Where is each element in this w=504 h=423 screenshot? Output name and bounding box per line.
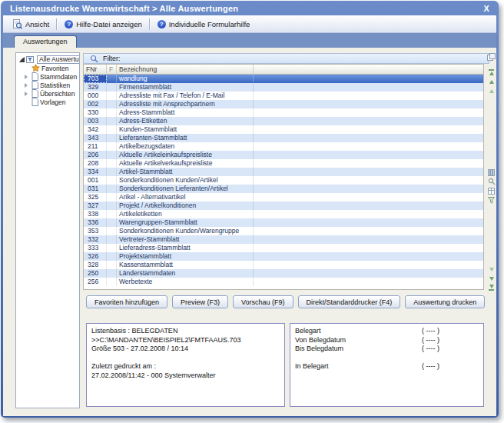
scroll-top-icon[interactable] [486, 68, 496, 76]
info-value: ( ---- ) [422, 336, 439, 345]
tree-item-label: Favoriten [41, 65, 68, 72]
cell-flag [107, 202, 117, 210]
filter-bar[interactable]: Filter: [83, 53, 489, 64]
expander-collapsed-icon[interactable] [25, 75, 30, 79]
table-row[interactable]: 002 Adressliste mit Ansprechpartnern [84, 100, 483, 108]
help-file-button-label: Hilfe-Datei anzeigen [76, 20, 142, 28]
cell-fnr: 327 [84, 202, 107, 210]
table-row[interactable]: 250 Länderstammdaten [84, 269, 483, 278]
table-row[interactable]: 334 Artikel-Stammblatt [84, 168, 483, 176]
cell-flag [107, 269, 117, 278]
cell-bezeichnung: Sonderkonditionen Lieferanten/Artikel [117, 185, 254, 193]
cell-filler [254, 185, 483, 193]
table-row[interactable]: 208 Aktuelle Artikelverkaufspreisliste [84, 159, 483, 168]
view-button[interactable]: Ansicht [8, 17, 54, 31]
scroll-down-icon[interactable] [486, 275, 496, 282]
table-row[interactable]: 000 Adressliste mit Fax / Telefon / E-Ma… [84, 92, 483, 100]
tree-item-favoriten[interactable]: Favoriten [16, 64, 79, 72]
column-header-fnr[interactable]: FNr [84, 65, 107, 74]
cell-filler [254, 159, 483, 168]
form-help-button[interactable]: ? Individuelle Formularhilfe [153, 17, 255, 31]
cell-flag [107, 134, 117, 142]
tab-auswertungen[interactable]: Auswertungen [14, 35, 77, 48]
scroll-up-icon[interactable] [486, 78, 496, 85]
table-row[interactable]: 330 Adress-Stammblatt [84, 108, 483, 117]
column-header-flag[interactable]: F [107, 65, 117, 74]
cell-fnr: 208 [84, 159, 107, 168]
cell-bezeichnung: Arikel - Alternativartikel [117, 193, 254, 202]
table-row[interactable]: 211 Artikelbezugsdaten [84, 142, 483, 151]
cell-bezeichnung: Lieferanten-Stammblatt [117, 134, 254, 142]
info-value: ( ---- ) [422, 327, 439, 336]
scroll-down-small-icon[interactable] [486, 265, 496, 273]
expander-collapsed-icon[interactable] [25, 92, 30, 96]
info-label: Bis Belegdatum [295, 345, 343, 352]
cell-flag [107, 210, 117, 218]
column-header-bezeichnung[interactable]: Bezeichnung [117, 65, 254, 74]
preview-button[interactable]: Preview (F3) [172, 295, 228, 308]
cell-bezeichnung: Sonderkonditionen Kunden/Warengruppe [117, 227, 254, 235]
table-row[interactable]: 342 Kunden-Stammblatt [84, 125, 483, 134]
tree-item-statistiken[interactable]: Statistiken [16, 81, 79, 89]
table-row[interactable]: 206 Aktuelle Artikeleinkaufspreisliste [84, 151, 483, 159]
expander-expanded-icon[interactable] [19, 57, 25, 62]
close-icon[interactable]: X [482, 4, 491, 13]
print-report-button[interactable]: Auswertung drucken [405, 295, 485, 308]
page-icon [32, 89, 38, 98]
cell-fnr: 328 [84, 261, 107, 269]
cell-flag [107, 168, 117, 176]
cell-flag [107, 100, 117, 108]
view-button-label: Ansicht [25, 20, 49, 28]
expander-collapsed-icon[interactable] [25, 83, 30, 88]
tab-page: Alle Auswertungen Favoriten Stammdaten [3, 48, 496, 416]
filter-funnel-icon[interactable] [486, 196, 496, 204]
tree-item-alle-auswertungen[interactable]: Alle Auswertungen [16, 55, 79, 64]
table-row[interactable]: 328 Kassenstammblatt [84, 261, 483, 269]
table-row[interactable]: 327 Projekt / Artikelkonditionen [84, 202, 483, 210]
cell-flag [107, 278, 117, 286]
table-row[interactable]: 326 Projektstammblatt [84, 252, 483, 261]
help-file-button[interactable]: ? Hilfe-Datei anzeigen [60, 17, 147, 31]
filter-label: Filter: [103, 55, 121, 62]
tree-item-vorlagen[interactable]: Vorlagen [16, 98, 79, 106]
grid-search-icon[interactable] [486, 178, 496, 185]
info-line [91, 354, 280, 363]
scroll-up-small-icon[interactable] [486, 87, 496, 95]
cell-filler [254, 261, 483, 269]
cell-fnr: 206 [84, 151, 107, 159]
tree-item-uebersichten[interactable]: Übersichten [16, 89, 79, 98]
table-row[interactable]: 031 Sonderkonditionen Lieferanten/Artike… [84, 185, 483, 193]
table-row[interactable]: 001 Sonderkonditionen Kunden/Artikel [84, 176, 483, 185]
cell-filler [254, 100, 483, 108]
table-row[interactable]: 338 Artikeletiketten [84, 210, 483, 218]
columns-icon[interactable] [486, 168, 496, 176]
cell-flag [107, 235, 117, 244]
grid-body: 703 wandlung 329 Firmenstammblatt 000 [84, 75, 483, 286]
table-row[interactable]: 353 Sonderkonditionen Kunden/Warengruppe [84, 227, 483, 235]
tree-item-stammdaten[interactable]: Stammdaten [16, 72, 79, 81]
table-row[interactable]: 003 Adress-Etiketten [84, 117, 483, 125]
direct-printer-button[interactable]: Direkt/Standarddrucker (F4) [298, 295, 401, 308]
export-icon[interactable] [486, 53, 496, 61]
table-row[interactable]: 343 Lieferanten-Stammblatt [84, 134, 483, 142]
cell-bezeichnung: Sonderkonditionen Kunden/Artikel [117, 176, 254, 185]
table-row[interactable]: 329 Firmenstammblatt [84, 83, 483, 92]
cell-flag [107, 83, 117, 92]
add-favorites-button[interactable]: Favoriten hinzufügen [86, 295, 167, 308]
table-row[interactable]: 325 Arikel - Alternativartikel [84, 193, 483, 202]
info-label: Von Belegdatum [295, 336, 346, 344]
table-row[interactable]: 256 Werbetexte [84, 278, 483, 286]
vorschau-button[interactable]: Vorschau (F9) [233, 295, 293, 308]
table-row[interactable]: 333 Lieferadress-Stammblatt [84, 244, 483, 252]
page-icon [32, 98, 38, 106]
info-line: Zuletzt gedruckt am : [91, 362, 280, 371]
grid-layout-icon[interactable] [486, 187, 496, 195]
cell-fnr: 031 [84, 185, 107, 193]
cell-fnr: 211 [84, 142, 107, 151]
scroll-bottom-icon[interactable] [486, 284, 496, 291]
cell-flag [107, 108, 117, 117]
table-row[interactable]: 336 Warengruppen-Stammblatt [84, 218, 483, 227]
info-line: Listenbasis : BELEGDATEN [91, 327, 280, 336]
table-row[interactable]: 332 Vertreter-Stammblatt [84, 235, 483, 244]
table-row[interactable]: 703 wandlung [84, 75, 483, 83]
